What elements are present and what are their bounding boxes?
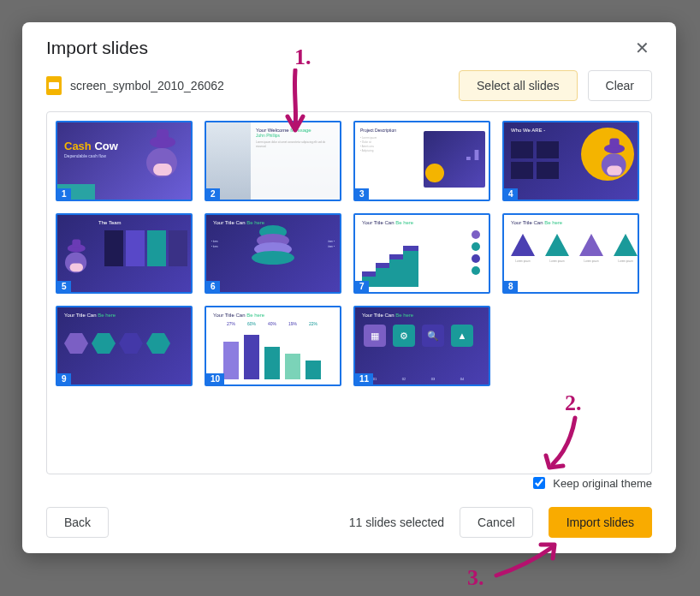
- annotation-3-label: 3.: [467, 565, 484, 591]
- clear-button[interactable]: Clear: [588, 70, 652, 101]
- dialog-title: Import slides: [46, 38, 148, 58]
- cow-mascot-icon: [595, 137, 634, 185]
- cow-mascot-icon: [138, 128, 187, 188]
- select-all-button[interactable]: Select all slides: [459, 70, 578, 101]
- slide-thumb-6[interactable]: Your Title Can Be here • item• item item…: [205, 213, 341, 294]
- close-icon[interactable]: ✕: [632, 38, 652, 58]
- dialog-footer: Back 11 slides selected Cancel Import sl…: [22, 493, 676, 553]
- slides-file-icon: [46, 76, 62, 95]
- keep-theme-checkbox[interactable]: [533, 477, 545, 489]
- slide-thumb-5[interactable]: The Team 5: [56, 213, 193, 294]
- keep-theme-row: Keep original theme: [22, 474, 676, 493]
- back-button[interactable]: Back: [46, 507, 109, 538]
- slide-thumb-1[interactable]: Cash Cow Dependable cash flow 1: [56, 121, 193, 201]
- slide-number: 5: [57, 281, 71, 292]
- slide-thumb-4[interactable]: Who We ARE - 4: [502, 121, 639, 201]
- slide-number: 1: [57, 188, 71, 200]
- slide-thumb-9[interactable]: Your Title Can Be here 9: [56, 306, 193, 386]
- dialog-header: Import slides ✕: [22, 22, 676, 67]
- slide-thumb-8[interactable]: Your Title Can Be here Lorem ipsumLorem …: [502, 213, 639, 294]
- selection-count: 11 slides selected: [349, 516, 444, 529]
- import-slides-dialog: Import slides ✕ screen_symbol_2010_26062…: [22, 22, 676, 553]
- slide-number: 2: [206, 188, 220, 200]
- slide-thumb-11[interactable]: Your Title Can Be here ▦⚙🔍▲ 01 02 03 04 …: [353, 306, 490, 386]
- slide-number: 7: [355, 281, 369, 292]
- slide-number: 9: [57, 373, 71, 384]
- slide-number: 6: [206, 281, 220, 292]
- slide-number: 10: [206, 373, 224, 384]
- thumbnails-panel: Cash Cow Dependable cash flow 1 Your Wel…: [46, 111, 652, 474]
- slide-number: 11: [355, 373, 373, 384]
- import-slides-button[interactable]: Import slides: [549, 507, 652, 538]
- slide-thumb-3[interactable]: Project Description • Lorem ipsum• Dolor…: [353, 121, 490, 201]
- slide-thumb-7[interactable]: Your Title Can Be here 7: [353, 213, 490, 294]
- slide-thumb-10[interactable]: Your Title Can Be here 27% 60% 40% 19% 2…: [205, 306, 341, 386]
- file-row: screen_symbol_2010_26062 Select all slid…: [22, 67, 676, 111]
- slide-number: 3: [355, 188, 369, 200]
- slide1-subtitle: Dependable cash flow: [64, 153, 106, 158]
- slide-number: 4: [504, 188, 518, 200]
- slide1-title: Cash Cow: [64, 140, 118, 152]
- source-filename: screen_symbol_2010_26062: [70, 79, 224, 92]
- cow-mascot-icon: [59, 238, 94, 280]
- slide-thumb-2[interactable]: Your Welcome Message John Phillips Lorem…: [205, 121, 341, 201]
- keep-theme-label: Keep original theme: [553, 477, 652, 490]
- cancel-button[interactable]: Cancel: [460, 507, 533, 538]
- slide-number: 8: [504, 281, 518, 292]
